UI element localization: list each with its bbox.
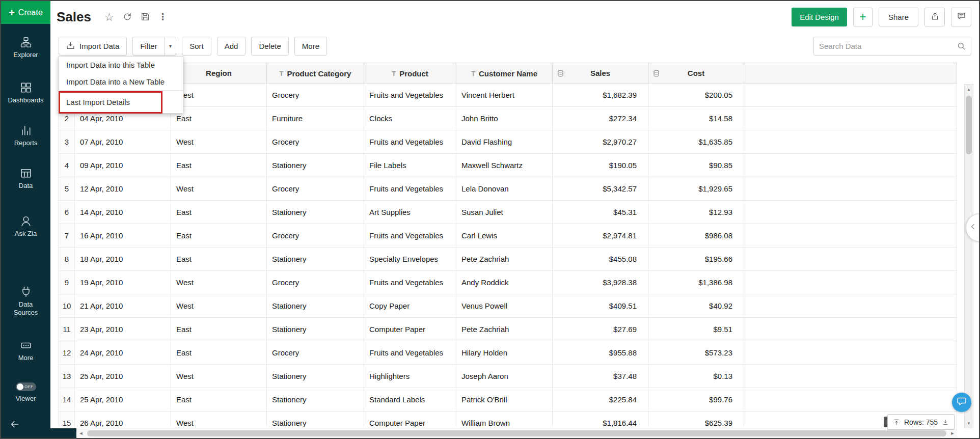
table-cell[interactable]: Specialty Envelopes: [364, 248, 456, 271]
table-cell[interactable]: Furniture: [267, 107, 364, 130]
comments-button[interactable]: [951, 8, 971, 26]
table-cell[interactable]: $1,929.65: [648, 177, 744, 201]
table-cell[interactable]: $3,928.38: [553, 271, 648, 294]
table-cell[interactable]: $625.39: [648, 411, 744, 427]
table-cell[interactable]: Grocery: [267, 177, 364, 201]
create-button[interactable]: + Create: [1, 1, 50, 24]
table-cell[interactable]: West: [171, 294, 267, 318]
table-cell[interactable]: $1,682.39: [553, 84, 648, 107]
row-number[interactable]: 10: [59, 294, 75, 318]
table-cell[interactable]: $37.48: [553, 365, 648, 388]
delete-button[interactable]: Delete: [251, 37, 288, 56]
table-cell[interactable]: East: [171, 318, 267, 341]
table-cell[interactable]: Grocery: [267, 341, 364, 365]
scroll-right-arrow[interactable]: ▸: [948, 430, 957, 436]
horizontal-scrollbar[interactable]: ◂ ▸: [76, 428, 957, 438]
table-cell[interactable]: $455.08: [553, 248, 648, 271]
table-cell[interactable]: Stationery: [267, 365, 364, 388]
refresh-icon[interactable]: [123, 12, 132, 21]
table-cell[interactable]: $5,342.57: [553, 177, 648, 201]
table-cell[interactable]: Grocery: [267, 224, 364, 248]
table-cell[interactable]: East: [171, 224, 267, 248]
table-cell[interactable]: Susan Juliet: [456, 201, 553, 224]
table-cell[interactable]: $27.69: [553, 318, 648, 341]
table-cell[interactable]: $986.08: [648, 224, 744, 248]
add-button[interactable]: Add: [217, 37, 246, 56]
table-cell[interactable]: West: [171, 411, 267, 427]
table-cell[interactable]: Patrick O'Brill: [456, 388, 553, 411]
table-cell[interactable]: $45.31: [553, 201, 648, 224]
table-cell[interactable]: Copy Paper: [364, 294, 456, 318]
scroll-left-arrow[interactable]: ◂: [76, 430, 86, 436]
table-cell[interactable]: Standard Labels: [364, 388, 456, 411]
table-cell[interactable]: Stationery: [267, 294, 364, 318]
table-cell[interactable]: $573.23: [648, 341, 744, 365]
more-button[interactable]: More: [294, 37, 327, 56]
table-cell[interactable]: Maxwell Schwartz: [456, 154, 553, 177]
sidebar-item-reports[interactable]: Reports: [1, 125, 50, 147]
table-cell[interactable]: Andy Roddick: [456, 271, 553, 294]
column-header-cost[interactable]: Cost: [648, 63, 744, 84]
table-cell[interactable]: $195.66: [648, 248, 744, 271]
table-cell[interactable]: Stationery: [267, 388, 364, 411]
table-cell[interactable]: $2,974.81: [553, 224, 648, 248]
table-cell[interactable]: East: [171, 201, 267, 224]
table-cell[interactable]: $190.05: [553, 154, 648, 177]
table-cell[interactable]: West: [171, 271, 267, 294]
table-cell[interactable]: 21 Apr, 2010: [75, 294, 171, 318]
table-cell[interactable]: Vincent Herbert: [456, 84, 553, 107]
table-cell[interactable]: Clocks: [364, 107, 456, 130]
table-cell[interactable]: 25 Apr, 2010: [75, 388, 171, 411]
search-input[interactable]: [819, 42, 957, 50]
sidebar-collapse-button[interactable]: [9, 419, 20, 432]
table-cell[interactable]: Venus Powell: [456, 294, 553, 318]
table-cell[interactable]: File Labels: [364, 154, 456, 177]
table-cell[interactable]: 14 Apr, 2010: [75, 201, 171, 224]
table-cell[interactable]: $2,970.27: [553, 130, 648, 154]
table-cell[interactable]: Hilary Holden: [456, 341, 553, 365]
row-number[interactable]: 9: [59, 271, 75, 294]
row-number[interactable]: 14: [59, 388, 75, 411]
row-number[interactable]: 11: [59, 318, 75, 341]
table-cell[interactable]: $0.13: [648, 365, 744, 388]
table-cell[interactable]: William Brown: [456, 411, 553, 427]
row-number[interactable]: 13: [59, 365, 75, 388]
table-cell[interactable]: $1,635.85: [648, 130, 744, 154]
column-header-product[interactable]: TProduct: [364, 63, 456, 84]
menu-item-last-import-details[interactable]: Last Import Details: [59, 91, 183, 113]
row-number[interactable]: 5: [59, 177, 75, 201]
table-cell[interactable]: John Britto: [456, 107, 553, 130]
table-cell[interactable]: East: [171, 388, 267, 411]
table-cell[interactable]: $955.88: [553, 341, 648, 365]
table-cell[interactable]: 19 Apr, 2010: [75, 271, 171, 294]
table-cell[interactable]: Lela Donovan: [456, 177, 553, 201]
sidebar-item-dashboards[interactable]: Dashboards: [1, 82, 50, 104]
sidebar-item-data-sources[interactable]: Data Sources: [1, 286, 50, 317]
table-cell[interactable]: Stationery: [267, 411, 364, 427]
horizontal-scrollbar-thumb[interactable]: [87, 430, 946, 436]
table-cell[interactable]: $225.84: [553, 388, 648, 411]
table-cell[interactable]: 16 Apr, 2010: [75, 224, 171, 248]
export-button[interactable]: [924, 8, 945, 26]
filter-dropdown-button[interactable]: ▾: [165, 37, 177, 56]
column-header-region[interactable]: Region: [171, 63, 267, 84]
table-cell[interactable]: Fruits and Vegetables: [364, 224, 456, 248]
table-cell[interactable]: 26 Apr, 2010: [75, 411, 171, 427]
table-cell[interactable]: $14.58: [648, 107, 744, 130]
table-cell[interactable]: Stationery: [267, 318, 364, 341]
save-icon[interactable]: [141, 12, 150, 21]
table-cell[interactable]: Computer Paper: [364, 411, 456, 427]
vertical-scrollbar[interactable]: ▴ ▾: [964, 84, 973, 428]
table-cell[interactable]: 09 Apr, 2010: [75, 154, 171, 177]
table-cell[interactable]: 23 Apr, 2010: [75, 318, 171, 341]
table-cell[interactable]: Stationery: [267, 154, 364, 177]
add-new-button[interactable]: +: [853, 8, 873, 26]
table-cell[interactable]: East: [171, 154, 267, 177]
table-cell[interactable]: Fruits and Vegetables: [364, 341, 456, 365]
sort-button[interactable]: Sort: [182, 37, 211, 56]
row-number[interactable]: 15: [59, 411, 75, 427]
scroll-up-arrow[interactable]: ▴: [965, 85, 973, 93]
row-number[interactable]: 3: [59, 130, 75, 154]
table-cell[interactable]: $1,386.98: [648, 271, 744, 294]
table-cell[interactable]: $99.76: [648, 388, 744, 411]
